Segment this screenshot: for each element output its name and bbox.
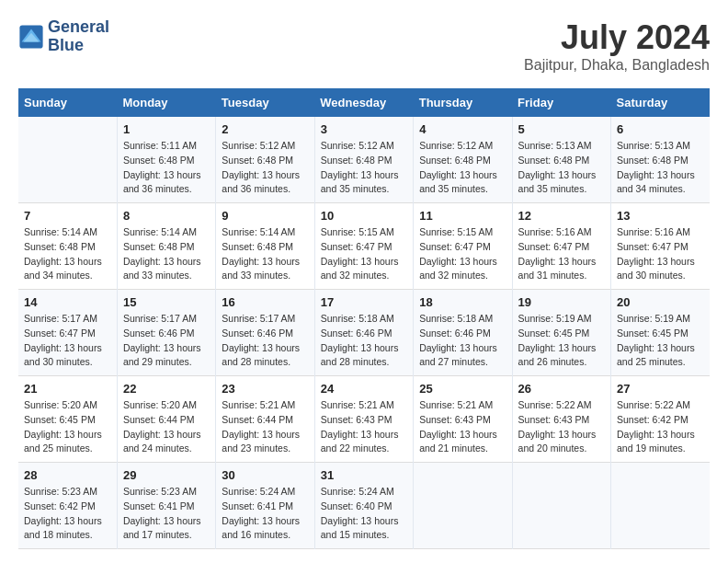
calendar-cell [512,463,610,549]
day-number: 5 [518,122,605,136]
logo: General Blue [18,18,109,55]
calendar-cell: 30Sunrise: 5:24 AMSunset: 6:41 PMDayligh… [216,463,314,549]
day-info: Sunrise: 5:20 AMSunset: 6:45 PMDaylight:… [24,398,111,456]
calendar-week-row: 21Sunrise: 5:20 AMSunset: 6:45 PMDayligh… [18,376,710,463]
calendar-cell: 11Sunrise: 5:15 AMSunset: 6:47 PMDayligh… [414,203,512,290]
calendar-cell: 19Sunrise: 5:19 AMSunset: 6:45 PMDayligh… [512,290,610,376]
day-info: Sunrise: 5:19 AMSunset: 6:45 PMDaylight:… [518,312,605,370]
day-number: 26 [518,382,605,396]
calendar-cell: 6Sunrise: 5:13 AMSunset: 6:48 PMDaylight… [611,117,710,203]
day-number: 17 [321,295,407,309]
day-info: Sunrise: 5:12 AMSunset: 6:48 PMDaylight:… [321,139,407,197]
day-number: 4 [419,122,506,136]
page-header: General Blue July 2024 Bajitpur, Dhaka, … [18,18,710,74]
day-number: 25 [419,382,506,396]
day-info: Sunrise: 5:21 AMSunset: 6:43 PMDaylight:… [419,398,506,456]
day-number: 31 [321,468,407,482]
day-number: 30 [222,468,308,482]
title-area: July 2024 Bajitpur, Dhaka, Bangladesh [524,18,710,74]
day-number: 22 [123,382,210,396]
day-number: 29 [123,468,210,482]
day-info: Sunrise: 5:22 AMSunset: 6:43 PMDaylight:… [518,398,605,456]
calendar-cell: 29Sunrise: 5:23 AMSunset: 6:41 PMDayligh… [117,463,215,549]
day-info: Sunrise: 5:24 AMSunset: 6:41 PMDaylight:… [222,485,308,543]
calendar-cell: 27Sunrise: 5:22 AMSunset: 6:42 PMDayligh… [611,376,710,463]
day-number: 3 [321,122,407,136]
calendar-cell [414,463,512,549]
day-info: Sunrise: 5:23 AMSunset: 6:41 PMDaylight:… [123,485,210,543]
day-info: Sunrise: 5:13 AMSunset: 6:48 PMDaylight:… [518,139,605,197]
calendar-cell: 31Sunrise: 5:24 AMSunset: 6:40 PMDayligh… [314,463,413,549]
day-number: 6 [617,122,704,136]
calendar-cell: 13Sunrise: 5:16 AMSunset: 6:47 PMDayligh… [611,203,710,290]
calendar-cell: 15Sunrise: 5:17 AMSunset: 6:46 PMDayligh… [117,290,215,376]
day-number: 12 [518,209,605,223]
day-number: 13 [617,209,704,223]
calendar-table: SundayMondayTuesdayWednesdayThursdayFrid… [18,88,710,549]
day-number: 27 [617,382,704,396]
day-number: 10 [321,209,407,223]
calendar-cell: 1Sunrise: 5:11 AMSunset: 6:48 PMDaylight… [117,117,215,203]
day-number: 24 [321,382,407,396]
day-info: Sunrise: 5:19 AMSunset: 6:45 PMDaylight:… [617,312,704,370]
calendar-cell: 14Sunrise: 5:17 AMSunset: 6:47 PMDayligh… [18,290,117,376]
day-info: Sunrise: 5:15 AMSunset: 6:47 PMDaylight:… [321,225,407,283]
day-info: Sunrise: 5:14 AMSunset: 6:48 PMDaylight:… [222,225,308,283]
day-info: Sunrise: 5:21 AMSunset: 6:43 PMDaylight:… [321,398,407,456]
weekday-header-saturday: Saturday [611,88,710,117]
weekday-header-row: SundayMondayTuesdayWednesdayThursdayFrid… [18,88,710,117]
calendar-week-row: 14Sunrise: 5:17 AMSunset: 6:47 PMDayligh… [18,290,710,376]
day-number: 19 [518,295,605,309]
day-info: Sunrise: 5:17 AMSunset: 6:46 PMDaylight:… [123,312,210,370]
calendar-week-row: 7Sunrise: 5:14 AMSunset: 6:48 PMDaylight… [18,203,710,290]
calendar-cell: 25Sunrise: 5:21 AMSunset: 6:43 PMDayligh… [414,376,512,463]
weekday-header-thursday: Thursday [414,88,512,117]
calendar-cell: 18Sunrise: 5:18 AMSunset: 6:46 PMDayligh… [414,290,512,376]
day-info: Sunrise: 5:17 AMSunset: 6:46 PMDaylight:… [222,312,308,370]
day-info: Sunrise: 5:21 AMSunset: 6:44 PMDaylight:… [222,398,308,456]
day-number: 20 [617,295,704,309]
subtitle: Bajitpur, Dhaka, Bangladesh [524,57,710,74]
day-info: Sunrise: 5:16 AMSunset: 6:47 PMDaylight:… [518,225,605,283]
weekday-header-wednesday: Wednesday [314,88,413,117]
calendar-cell: 4Sunrise: 5:12 AMSunset: 6:48 PMDaylight… [414,117,512,203]
day-number: 21 [24,382,111,396]
day-info: Sunrise: 5:17 AMSunset: 6:47 PMDaylight:… [24,312,111,370]
calendar-cell: 22Sunrise: 5:20 AMSunset: 6:44 PMDayligh… [117,376,215,463]
calendar-cell: 24Sunrise: 5:21 AMSunset: 6:43 PMDayligh… [314,376,413,463]
day-info: Sunrise: 5:18 AMSunset: 6:46 PMDaylight:… [321,312,407,370]
calendar-cell: 16Sunrise: 5:17 AMSunset: 6:46 PMDayligh… [216,290,314,376]
day-info: Sunrise: 5:23 AMSunset: 6:42 PMDaylight:… [24,485,111,543]
day-info: Sunrise: 5:18 AMSunset: 6:46 PMDaylight:… [419,312,506,370]
weekday-header-sunday: Sunday [18,88,117,117]
logo-text: General Blue [48,18,109,55]
day-number: 14 [24,295,111,309]
calendar-cell: 20Sunrise: 5:19 AMSunset: 6:45 PMDayligh… [611,290,710,376]
calendar-header: SundayMondayTuesdayWednesdayThursdayFrid… [18,88,710,117]
calendar-cell [18,117,117,203]
calendar-cell: 21Sunrise: 5:20 AMSunset: 6:45 PMDayligh… [18,376,117,463]
calendar-cell: 2Sunrise: 5:12 AMSunset: 6:48 PMDaylight… [216,117,314,203]
calendar-cell [611,463,710,549]
day-info: Sunrise: 5:15 AMSunset: 6:47 PMDaylight:… [419,225,506,283]
day-number: 1 [123,122,210,136]
day-number: 16 [222,295,308,309]
day-info: Sunrise: 5:20 AMSunset: 6:44 PMDaylight:… [123,398,210,456]
day-info: Sunrise: 5:24 AMSunset: 6:40 PMDaylight:… [321,485,407,543]
calendar-week-row: 28Sunrise: 5:23 AMSunset: 6:42 PMDayligh… [18,463,710,549]
calendar-cell: 7Sunrise: 5:14 AMSunset: 6:48 PMDaylight… [18,203,117,290]
calendar-week-row: 1Sunrise: 5:11 AMSunset: 6:48 PMDaylight… [18,117,710,203]
calendar-cell: 3Sunrise: 5:12 AMSunset: 6:48 PMDaylight… [314,117,413,203]
day-number: 8 [123,209,210,223]
day-number: 18 [419,295,506,309]
day-info: Sunrise: 5:14 AMSunset: 6:48 PMDaylight:… [24,225,111,283]
calendar-body: 1Sunrise: 5:11 AMSunset: 6:48 PMDaylight… [18,117,710,549]
day-number: 15 [123,295,210,309]
calendar-cell: 12Sunrise: 5:16 AMSunset: 6:47 PMDayligh… [512,203,610,290]
main-title: July 2024 [524,18,710,57]
day-number: 7 [24,209,111,223]
weekday-header-friday: Friday [512,88,610,117]
day-info: Sunrise: 5:13 AMSunset: 6:48 PMDaylight:… [617,139,704,197]
day-info: Sunrise: 5:11 AMSunset: 6:48 PMDaylight:… [123,139,210,197]
day-number: 28 [24,468,111,482]
